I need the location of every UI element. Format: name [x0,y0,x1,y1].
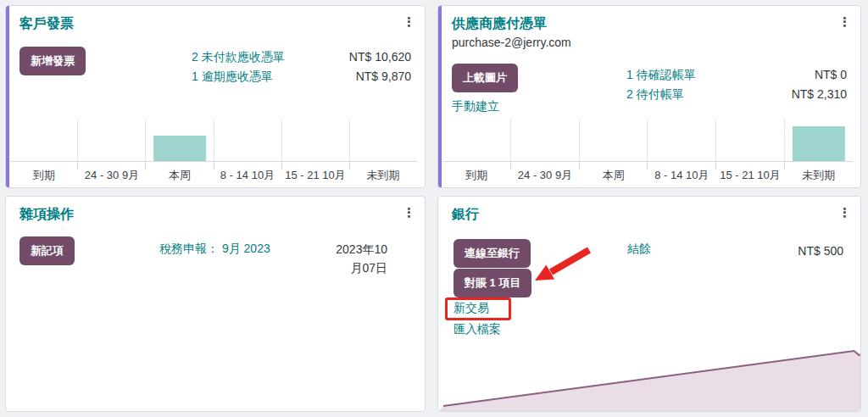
card-title-bank[interactable]: 銀行 [452,206,479,224]
chart-column [442,120,510,161]
bar-chart-plot-area [10,120,417,162]
card-title-misc-operations[interactable]: 雜項操作 [19,206,74,224]
chart-column [715,120,784,161]
invoices-due-bar-chart: 到期24 - 30 9月本周8 - 14 10月15 - 21 10月未到期 [10,120,417,187]
bills-to-pay-link[interactable]: 2 待付帳單 [626,85,696,104]
connect-bank-button[interactable]: 連線至銀行 [453,239,531,268]
balance-label[interactable]: 結餘 [627,242,651,257]
overdue-invoices-amount: NT$ 9,870 [349,67,411,86]
balance-amount: NT$ 500 [798,242,843,261]
chart-column [145,120,213,161]
chart-column [784,120,853,161]
axis-tick-label: 8 - 14 10月 [648,168,716,183]
customer-invoices-card: 客戶發票 ⋮ 新增發票 2 未付款應收憑單 1 逾期應收憑單 NT$ 10,62… [5,5,426,188]
axis-tick-label: 24 - 30 9月 [78,168,146,183]
axis-tick-label: 到期 [442,168,511,183]
new-invoice-button[interactable]: 新增發票 [19,47,86,75]
chart-column [214,120,281,161]
bills-due-bar-chart: 到期24 - 30 9月本周8 - 14 10月15 - 21 10月未到期 [442,120,853,187]
axis-tick-label: 24 - 30 9月 [511,168,580,183]
kebab-menu-icon[interactable]: ⋮ [838,205,850,220]
axis-tick-label: 本周 [579,168,648,183]
unpaid-invoices-link[interactable]: 2 未付款應收憑單 [192,47,285,67]
chart-column [647,120,715,161]
unpaid-invoices-amount: NT$ 10,620 [349,47,411,67]
upload-image-button[interactable]: 上載圖片 [452,64,518,92]
axis-tick-label: 8 - 14 10月 [214,168,281,183]
axis-tick-label: 未到期 [349,168,417,183]
vendor-bills-email: purchase-2@jerry.com [452,36,571,49]
chart-column [10,120,77,161]
tax-report-date: 2023年10 月07日 [336,240,387,277]
manual-create-link[interactable]: 手動建立 [452,99,499,114]
axis-tick-label: 15 - 21 10月 [716,168,785,183]
axis-tick-label: 本周 [146,168,214,183]
vendor-bills-card: 供應商應付憑單 ⋮ purchase-2@jerry.com 上載圖片 手動建立… [437,5,861,188]
axis-tick-label: 15 - 21 10月 [281,168,349,183]
chart-column [77,120,145,161]
card-title-vendor-bills[interactable]: 供應商應付憑單 [452,15,547,33]
overdue-invoices-link[interactable]: 1 逾期應收憑單 [192,67,285,86]
reconcile-items-button[interactable]: 對賬 1 項目 [453,269,531,297]
kebab-menu-icon[interactable]: ⋮ [403,205,415,220]
kebab-menu-icon[interactable]: ⋮ [838,14,850,30]
bank-card: 銀行 ⋮ 連線至銀行 對賬 1 項目 新交易 匯入檔案 結餘 NT$ 500 [437,196,861,412]
chart-column [579,120,648,161]
bills-to-validate-link[interactable]: 1 待確認帳單 [626,65,696,85]
chart-bar [793,126,845,161]
bank-balance-area-chart [438,348,860,411]
new-transaction-link[interactable]: 新交易 [453,301,489,316]
tax-report-link[interactable]: 稅務申報： 9月 2023 [159,242,270,257]
purple-accent-bar [438,6,442,187]
purple-accent-bar [6,6,9,187]
chart-column [281,120,349,161]
misc-operations-card: 雜項操作 ⋮ 新記項 稅務申報： 9月 2023 2023年10 月07日 [5,196,426,412]
bills-to-validate-amount: NT$ 0 [792,65,847,85]
import-file-link[interactable]: 匯入檔案 [453,322,501,337]
axis-tick-label: 到期 [10,168,78,183]
kebab-menu-icon[interactable]: ⋮ [403,14,415,30]
chart-bar [153,136,206,161]
chart-column [349,120,417,161]
bills-to-pay-amount: NT$ 2,310 [792,85,847,104]
axis-tick-label: 未到期 [784,168,853,183]
new-entry-button[interactable]: 新記項 [19,236,75,265]
chart-column [510,120,579,161]
bar-chart-plot-area [442,120,853,162]
card-title-customer-invoices[interactable]: 客戶發票 [19,15,74,33]
annotation-arrow-icon [526,246,594,285]
